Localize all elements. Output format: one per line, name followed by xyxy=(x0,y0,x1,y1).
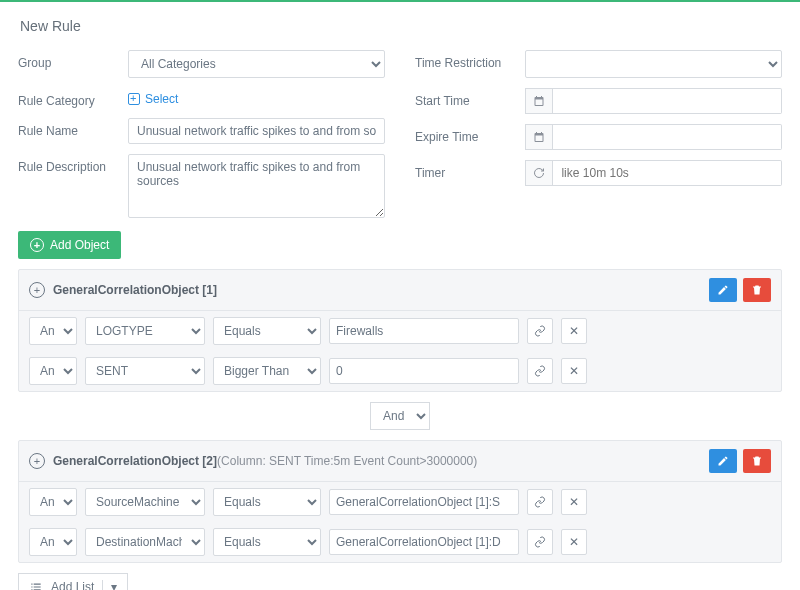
field-select[interactable]: LOGTYPE xyxy=(85,317,205,345)
condition-row: And DestinationMachine Equals ✕ xyxy=(19,522,781,562)
add-object-button[interactable]: + Add Object xyxy=(18,231,121,259)
add-icon xyxy=(128,93,140,105)
rule-name-label: Rule Name xyxy=(18,118,128,138)
page-title: New Rule xyxy=(20,18,782,34)
link-icon[interactable] xyxy=(527,529,553,555)
calendar-icon[interactable] xyxy=(525,124,553,150)
add-list-button[interactable]: Add List ▾ xyxy=(18,573,128,590)
timer-input[interactable] xyxy=(553,160,782,186)
connector-select[interactable]: And xyxy=(370,402,430,430)
field-select[interactable]: SourceMachine xyxy=(85,488,205,516)
value-input[interactable] xyxy=(329,529,519,555)
trash-icon xyxy=(751,455,763,467)
pencil-icon xyxy=(717,284,729,296)
chevron-down-icon: ▾ xyxy=(102,580,117,590)
condition-row: And SourceMachine Equals ✕ xyxy=(19,482,781,522)
field-select[interactable]: SENT xyxy=(85,357,205,385)
expand-icon[interactable]: + xyxy=(29,282,45,298)
operator-select[interactable]: Equals xyxy=(213,488,321,516)
logic-select[interactable]: And xyxy=(29,488,77,516)
remove-row-button[interactable]: ✕ xyxy=(561,358,587,384)
logic-select[interactable]: And xyxy=(29,357,77,385)
value-input[interactable] xyxy=(329,489,519,515)
group-select[interactable]: All Categories xyxy=(128,50,385,78)
category-label: Rule Category xyxy=(18,88,128,108)
link-icon[interactable] xyxy=(527,358,553,384)
rule-desc-input[interactable]: Unusual network traffic spikes to and fr… xyxy=(128,154,385,218)
edit-button[interactable] xyxy=(709,449,737,473)
expire-time-input[interactable] xyxy=(553,124,782,150)
delete-button[interactable] xyxy=(743,278,771,302)
list-icon xyxy=(29,580,43,590)
logic-select[interactable]: And xyxy=(29,317,77,345)
edit-button[interactable] xyxy=(709,278,737,302)
field-select[interactable]: DestinationMachine xyxy=(85,528,205,556)
time-restriction-label: Time Restriction xyxy=(415,50,525,70)
category-select-link[interactable]: Select xyxy=(128,88,178,106)
remove-row-button[interactable]: ✕ xyxy=(561,529,587,555)
condition-row: And LOGTYPE Equals ✕ xyxy=(19,311,781,351)
object-title: GeneralCorrelationObject [1] xyxy=(53,283,217,297)
link-icon[interactable] xyxy=(527,318,553,344)
link-icon[interactable] xyxy=(527,489,553,515)
refresh-icon[interactable] xyxy=(525,160,553,186)
expire-time-label: Expire Time xyxy=(415,124,525,144)
operator-select[interactable]: Equals xyxy=(213,317,321,345)
start-time-label: Start Time xyxy=(415,88,525,108)
timer-label: Timer xyxy=(415,160,525,180)
plus-icon: + xyxy=(30,238,44,252)
remove-row-button[interactable]: ✕ xyxy=(561,318,587,344)
value-input[interactable] xyxy=(329,358,519,384)
condition-row: And SENT Bigger Than ✕ xyxy=(19,351,781,391)
start-time-input[interactable] xyxy=(553,88,782,114)
pencil-icon xyxy=(717,455,729,467)
logic-select[interactable]: And xyxy=(29,528,77,556)
rule-name-input[interactable] xyxy=(128,118,385,144)
value-input[interactable] xyxy=(329,318,519,344)
remove-row-button[interactable]: ✕ xyxy=(561,489,587,515)
object-title: GeneralCorrelationObject [2](Column: SEN… xyxy=(53,454,477,468)
group-label: Group xyxy=(18,50,128,70)
trash-icon xyxy=(751,284,763,296)
calendar-icon[interactable] xyxy=(525,88,553,114)
operator-select[interactable]: Equals xyxy=(213,528,321,556)
operator-select[interactable]: Bigger Than xyxy=(213,357,321,385)
delete-button[interactable] xyxy=(743,449,771,473)
time-restriction-select[interactable] xyxy=(525,50,782,78)
expand-icon[interactable]: + xyxy=(29,453,45,469)
rule-desc-label: Rule Description xyxy=(18,154,128,174)
